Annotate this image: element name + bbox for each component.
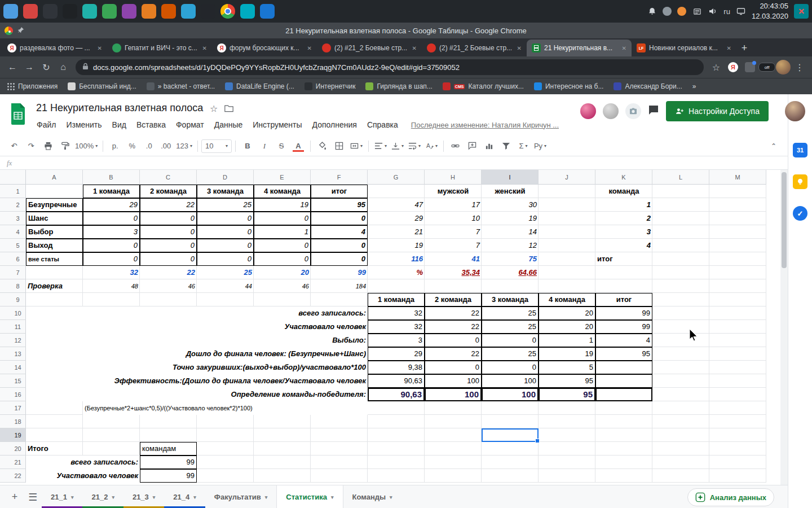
- last-edit-link[interactable]: Последнее изменение: Наталия Киричун ...: [411, 121, 559, 129]
- cell-A11[interactable]: Участвовало человек: [26, 320, 368, 334]
- browser-tab[interactable]: LFНовинки сериалов к...✕: [632, 40, 736, 56]
- filter-icon[interactable]: [498, 139, 515, 154]
- cell-I6[interactable]: 75: [482, 252, 539, 266]
- row-header-21[interactable]: 21: [0, 456, 26, 469]
- column-header-M[interactable]: M: [709, 170, 766, 185]
- cell-J13[interactable]: 19: [539, 347, 595, 361]
- cell-G6[interactable]: 116: [368, 252, 425, 266]
- taskbar-app-icon[interactable]: [82, 4, 97, 19]
- sheet-tab-Факультатив[interactable]: Факультатив▾: [205, 485, 276, 508]
- browser-tab[interactable]: (2) #21_2 Боевые стр...✕: [422, 40, 527, 56]
- taskbar-app-icon[interactable]: [43, 4, 58, 19]
- browser-tab[interactable]: (2) #21_2 Боевые стр...✕: [317, 40, 422, 56]
- bookmark-item[interactable]: Александр Бори...: [614, 82, 682, 90]
- browser-menu-icon[interactable]: ⋮: [792, 59, 807, 75]
- cell-H6[interactable]: 41: [425, 252, 482, 266]
- taskbar-app-icon[interactable]: [23, 4, 38, 19]
- cell-G10[interactable]: 32: [368, 306, 425, 320]
- taskbar-app-icon[interactable]: [142, 4, 156, 19]
- cell-C20[interactable]: командам: [140, 442, 197, 456]
- tray-badge-icon[interactable]: [677, 7, 686, 16]
- italic-button[interactable]: I: [256, 139, 273, 154]
- bookmark-item[interactable]: Бесплатный инд...: [68, 82, 136, 90]
- vpn-off-extension[interactable]: off: [759, 59, 775, 75]
- cell-K14[interactable]: [595, 361, 652, 374]
- fill-color-icon[interactable]: [314, 139, 331, 154]
- cell-J10[interactable]: 20: [539, 306, 595, 320]
- taskbar-app-icon[interactable]: [3, 4, 18, 19]
- cell-B5[interactable]: 0: [83, 239, 140, 252]
- bookmark-item[interactable]: Интересное на б...: [534, 82, 603, 90]
- cell-C1[interactable]: 2 команда: [140, 185, 197, 198]
- cell-I7[interactable]: 64,66: [482, 266, 539, 279]
- keep-icon[interactable]: [793, 174, 807, 189]
- column-header-K[interactable]: K: [595, 170, 652, 185]
- cell-B8[interactable]: 48: [83, 279, 140, 293]
- move-folder-icon[interactable]: [224, 104, 233, 115]
- chrome-app-icon[interactable]: [220, 4, 235, 19]
- row-header-6[interactable]: 6: [0, 252, 26, 266]
- home-button[interactable]: ⌂: [55, 59, 71, 75]
- forward-button[interactable]: →: [21, 59, 37, 75]
- taskbar-app-icon[interactable]: [63, 4, 77, 19]
- collaborator-avatar[interactable]: [580, 103, 596, 119]
- cell-H11[interactable]: 22: [425, 320, 482, 334]
- functions-button[interactable]: Σ▾: [515, 139, 532, 154]
- document-title[interactable]: 21 Некурительная взлетная полоса: [36, 102, 203, 114]
- cell-D1[interactable]: 3 команда: [197, 185, 254, 198]
- cell-B4[interactable]: 3: [83, 225, 140, 239]
- vertical-align-icon[interactable]: ▾: [389, 139, 406, 154]
- cell-C7[interactable]: 22: [140, 266, 197, 279]
- cell-K13[interactable]: 95: [595, 347, 652, 361]
- insert-link-icon[interactable]: [447, 139, 464, 154]
- cell-D8[interactable]: 44: [197, 279, 254, 293]
- column-header-E[interactable]: E: [254, 170, 311, 185]
- cell-D3[interactable]: 0: [197, 212, 254, 225]
- cell-K16[interactable]: [595, 388, 652, 401]
- cell-K15[interactable]: [595, 374, 652, 388]
- cell-H13[interactable]: 22: [425, 347, 482, 361]
- increase-decimal-button[interactable]: .00: [157, 139, 174, 154]
- cell-E2[interactable]: 19: [254, 198, 311, 212]
- menu-item[interactable]: Дополнения: [307, 118, 362, 132]
- bookmark-item[interactable]: DataLife Engine (...: [225, 82, 294, 90]
- print-icon[interactable]: [39, 139, 56, 154]
- taskbar-app-icon[interactable]: [181, 4, 196, 19]
- back-button[interactable]: ←: [5, 59, 20, 75]
- redo-icon[interactable]: ↷: [23, 139, 39, 154]
- cell-A15[interactable]: Эффективность:(Дошло до финала человек/У…: [26, 374, 368, 388]
- row-header-12[interactable]: 12: [0, 334, 26, 347]
- share-button[interactable]: Настройки Доступа: [666, 101, 769, 121]
- cell-E6[interactable]: 0: [254, 252, 311, 266]
- row-header-8[interactable]: 8: [0, 279, 26, 293]
- more-formats-button[interactable]: 123▾: [174, 139, 194, 154]
- paint-format-icon[interactable]: [56, 139, 73, 154]
- row-header-11[interactable]: 11: [0, 320, 26, 334]
- collaborator-avatar[interactable]: [603, 103, 619, 119]
- comment-icon[interactable]: [648, 104, 659, 118]
- cell-A6[interactable]: вне статы: [26, 252, 83, 266]
- row-header-17[interactable]: 17: [0, 401, 26, 415]
- cell-G14[interactable]: 9,38: [368, 361, 425, 374]
- bookmark-item[interactable]: » backnet - ответ...: [147, 82, 215, 90]
- cell-F7[interactable]: 99: [311, 266, 368, 279]
- cell-H1[interactable]: мужской: [425, 185, 482, 198]
- cell-A12[interactable]: Выбыло:: [26, 334, 368, 347]
- cell-G9[interactable]: 1 команда: [368, 293, 425, 306]
- cell-C21[interactable]: 99: [140, 456, 197, 469]
- menu-item[interactable]: Данные: [209, 118, 248, 132]
- cell-A4[interactable]: Выбор: [26, 225, 83, 239]
- cell-G2[interactable]: 47: [368, 198, 425, 212]
- row-header-15[interactable]: 15: [0, 374, 26, 388]
- text-rotation-icon[interactable]: A ▾: [423, 139, 440, 154]
- menu-item[interactable]: Файл: [32, 118, 61, 132]
- cell-F6[interactable]: 0: [311, 252, 368, 266]
- cell-C2[interactable]: 22: [140, 198, 197, 212]
- font-size-select[interactable]: 10▾: [201, 139, 232, 153]
- pin-icon[interactable]: [17, 25, 24, 36]
- cell-I14[interactable]: 0: [482, 361, 539, 374]
- tab-close-icon[interactable]: ✕: [202, 45, 207, 51]
- yandex-extension-icon[interactable]: Я: [725, 59, 741, 75]
- sheet-tab-21_3[interactable]: 21_3▾: [123, 485, 164, 508]
- menu-item[interactable]: Изменить: [61, 118, 107, 132]
